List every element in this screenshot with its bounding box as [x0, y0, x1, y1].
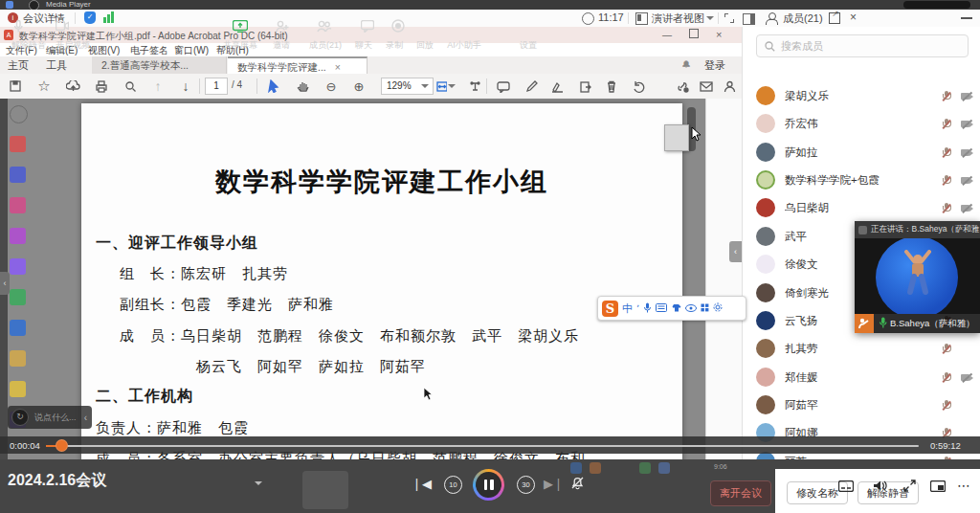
link-icon[interactable] [673, 78, 692, 95]
fit-width-icon[interactable] [436, 78, 456, 95]
bell-icon[interactable]: 🔔︎ [681, 59, 691, 70]
page-display-icon[interactable] [465, 78, 484, 95]
scan-ocr-tool-icon[interactable] [10, 197, 26, 213]
camera-off-icon[interactable] [961, 202, 973, 214]
hand-tool-icon[interactable] [293, 78, 312, 95]
member-row[interactable]: 乌日柴胡 [743, 194, 980, 222]
member-row[interactable]: 萨如拉 [743, 139, 980, 167]
nav-pane-handle[interactable]: ‹ [0, 272, 10, 295]
ime-mode-label[interactable]: 中 [622, 301, 633, 316]
chat-label[interactable]: 聊天 [348, 39, 379, 52]
share-tool-icon[interactable] [10, 320, 26, 336]
cloud-upload-icon[interactable] [63, 78, 82, 95]
member-row[interactable]: 扎其劳 [743, 335, 980, 363]
chevron-down-icon[interactable] [706, 16, 714, 20]
ime-symbol-icon[interactable]: ٬ [636, 303, 639, 314]
edit-pdf-tool-icon[interactable] [10, 258, 26, 275]
stamp-tool-icon[interactable] [10, 381, 26, 397]
page-down-icon[interactable]: ↓ [176, 78, 195, 95]
chat-quick-overlay[interactable]: ↻ 说点什么... ‹ [8, 406, 92, 429]
camera-off-icon[interactable] [961, 118, 973, 130]
comment-tool-icon[interactable] [10, 350, 26, 367]
save-icon[interactable] [6, 78, 25, 95]
invite-icon[interactable] [272, 17, 293, 34]
doc-tab-inactive[interactable]: 2.普通高等学校本... [92, 56, 227, 74]
camera-off-icon[interactable] [961, 174, 973, 187]
mic-muted-icon[interactable] [940, 90, 952, 102]
tab-close-icon[interactable]: × [335, 61, 341, 73]
speaker-video-overlay[interactable]: 正在讲话：B.Saheya（萨和雅） B.Saheya（萨和雅） [855, 221, 980, 333]
replay-label[interactable]: 回放 [410, 39, 440, 52]
export-pdf-tool-icon[interactable] [10, 167, 26, 183]
sign-icon[interactable] [548, 78, 568, 95]
panel-toggle-icon[interactable] [743, 13, 755, 25]
mini-player-icon[interactable] [930, 480, 946, 495]
record-label[interactable]: 录制 [379, 39, 410, 52]
timeline-track[interactable] [67, 445, 919, 447]
zoom-level-select[interactable]: 129% [381, 78, 434, 95]
skip-forward-30-icon[interactable]: 30 [517, 476, 535, 494]
member-row[interactable]: 郑佳媛 [743, 364, 980, 391]
organize-pages-tool-icon[interactable] [10, 228, 26, 244]
zoom-tool-icon[interactable] [10, 105, 28, 123]
ime-eye-icon[interactable] [685, 303, 697, 314]
popout-icon[interactable]: ↗ [829, 12, 840, 24]
create-pdf-tool-icon[interactable] [10, 136, 26, 152]
mic-muted-icon[interactable] [940, 202, 952, 214]
member-row[interactable]: 阿茹罕 [743, 391, 980, 419]
trash-icon[interactable] [602, 78, 621, 95]
screen-share-icon[interactable] [230, 17, 251, 34]
signal-bars-icon[interactable] [103, 17, 106, 23]
camera-icon[interactable] [52, 17, 73, 34]
captions-icon[interactable] [838, 480, 854, 495]
camera-off-icon[interactable] [961, 146, 973, 159]
fullscreen-expand-icon[interactable] [903, 480, 916, 495]
settings-label[interactable]: 设置 [513, 39, 544, 52]
mic-muted-icon[interactable] [940, 343, 952, 355]
menu-window[interactable]: 窗口(W) [174, 44, 209, 57]
more-options-icon[interactable]: ⋯ [957, 478, 971, 493]
ime-mic-icon[interactable] [643, 302, 652, 315]
select-cursor-icon[interactable] [264, 78, 283, 95]
mic-muted-icon[interactable] [940, 371, 952, 384]
leave-meeting-button[interactable]: 离开会议 [710, 480, 771, 506]
start-video-label[interactable]: 开启视频 [44, 39, 101, 52]
ime-skin-icon[interactable] [671, 303, 681, 314]
view-mode-label[interactable]: 演讲者视图 [652, 11, 704, 26]
minimize-icon[interactable]: — [662, 30, 672, 40]
screen-share-label[interactable]: 共享屏幕 [218, 39, 262, 52]
members-label[interactable]: 成员(21) [302, 39, 348, 52]
ime-settings-icon[interactable] [713, 302, 723, 314]
camera-off-icon[interactable] [961, 371, 973, 384]
highlight-pencil-icon[interactable] [522, 78, 541, 95]
doc-tab-active[interactable]: 数学科学学院评建... × [228, 56, 368, 76]
mail-icon[interactable] [697, 78, 716, 95]
page-up-icon[interactable]: ↑ [148, 78, 167, 95]
ime-keyboard-icon[interactable] [656, 303, 667, 314]
chevron-up-icon[interactable] [255, 481, 262, 485]
collapse-chevron-icon[interactable]: ‹ [84, 413, 87, 423]
chat-input-placeholder[interactable]: 说点什么... [34, 412, 77, 424]
member-row[interactable]: 数学科学学院+包霞 [743, 167, 980, 194]
ime-toolbar[interactable]: S 中 ٬ [597, 296, 746, 321]
close-window-icon[interactable]: × [716, 29, 722, 40]
layout-icon[interactable] [635, 12, 648, 25]
notifications-off-icon[interactable] [570, 476, 585, 494]
tab-tools[interactable]: 工具 [46, 58, 67, 73]
export-page-icon[interactable] [575, 78, 594, 95]
sogou-logo-icon[interactable]: S [602, 301, 618, 317]
next-track-icon[interactable]: ▶❘ [544, 477, 564, 491]
maximize-icon[interactable] [689, 29, 699, 38]
member-row[interactable]: 乔宏伟 [743, 110, 980, 138]
mic-muted-icon[interactable] [940, 399, 952, 412]
tab-home[interactable]: 主页 [8, 58, 29, 73]
chat-icon[interactable] [357, 17, 378, 34]
shield-check-icon[interactable]: ✓ [84, 11, 96, 24]
fullscreen-icon[interactable] [724, 13, 734, 23]
camera-off-icon[interactable] [961, 90, 973, 102]
login-button[interactable]: 登录 [704, 58, 725, 73]
volume-icon[interactable] [873, 480, 888, 495]
mic-icon[interactable] [8, 17, 29, 34]
window-controls-pill[interactable] [903, 1, 970, 9]
comment-icon[interactable] [494, 78, 513, 95]
